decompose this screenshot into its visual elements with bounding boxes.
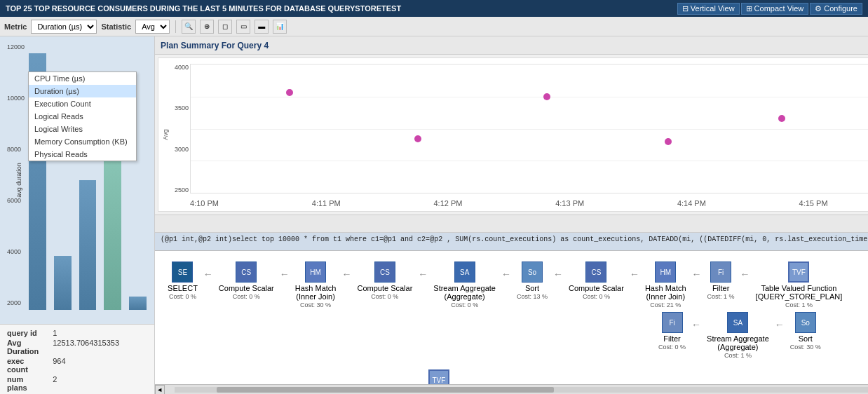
- query-id-label: query id: [7, 329, 39, 337]
- hash2-sublabel: (Inner Join): [646, 292, 685, 301]
- compute1-label: Compute Scalar: [219, 284, 274, 292]
- filter1-cost: Cost: 1 %: [707, 293, 735, 300]
- compute3-icon: CS: [585, 261, 606, 283]
- stream1-icon: SA: [454, 261, 475, 283]
- plan-node-tvf2[interactable]: TVF Table Valued Function [QUERY_STORE_P…: [395, 369, 482, 384]
- info-panel: query id 1 Avg Duration 12513.7064315353…: [0, 324, 154, 394]
- plan-node-hash2[interactable]: HM Hash Match (Inner Join) Cost: 21 %: [645, 261, 686, 308]
- dropdown-item-exec[interactable]: Execution Count: [29, 97, 136, 110]
- select-cost: Cost: 0 %: [169, 293, 196, 300]
- scroll-left-arrow[interactable]: ◄: [155, 385, 164, 395]
- title-bar-buttons: ⊟ Vertical View ⊞ Compact View ⚙ Configu…: [677, 3, 862, 15]
- scatter-dot-3: [543, 93, 550, 100]
- hash2-icon: HM: [655, 261, 676, 283]
- hash1-sublabel: (Inner Join): [296, 292, 335, 301]
- tvf1-icon: TVF: [788, 261, 809, 283]
- hash2-cost: Cost: 21 %: [650, 301, 681, 308]
- filter1-icon: Fi: [710, 261, 731, 283]
- main-content: avg duration 12000 10000 8000 6000 4000 …: [0, 36, 868, 394]
- view-option-1[interactable]: ▭: [236, 20, 250, 34]
- dropdown-item-duration[interactable]: Duration (µs): [29, 85, 136, 97]
- hash1-icon: HM: [305, 261, 326, 283]
- plan-node-compute2[interactable]: CS Compute Scalar Cost: 0 %: [357, 261, 412, 300]
- scroll-thumb: [217, 387, 554, 393]
- plan-title: Plan Summary For Query 4: [161, 41, 269, 50]
- plan-node-tvf1[interactable]: TVF Table Valued Function [QUERY_STORE_P…: [756, 261, 843, 308]
- filter2-label: Filter: [663, 334, 680, 343]
- zoom-in-button[interactable]: 🔍: [182, 20, 196, 34]
- x-tick-5: 4:15 PM: [799, 199, 828, 208]
- compute2-icon: CS: [374, 261, 395, 283]
- x-tick-2: 4:12 PM: [433, 199, 462, 208]
- metric-select[interactable]: Duration (µs): [31, 20, 97, 34]
- title-text: TOP 25 TOP RESOURCE CONSUMERS DURING THE…: [6, 4, 401, 13]
- scatter-y-tick-3: 2500: [175, 186, 189, 193]
- scroll-track[interactable]: [175, 387, 868, 393]
- scatter-dot-1: [286, 89, 293, 96]
- arrow-6: ←: [553, 269, 563, 280]
- hash1-label: Hash Match: [295, 284, 337, 292]
- dropdown-item-memory[interactable]: Memory Consumption (KB): [29, 135, 136, 148]
- plan-node-filter2[interactable]: Fi Filter Cost: 0 %: [658, 312, 686, 351]
- plan-header: Plan Summary For Query 4 🔍 ↺ ◂ ▸ ℹ ✕: [155, 36, 868, 55]
- force-plan-bar: 📌 Force Plan 📌 Unforce Plan: [155, 215, 868, 233]
- scatter-dot-4: [665, 138, 672, 145]
- select-label: SELECT: [168, 284, 198, 292]
- sort1-cost: Cost: 13 %: [517, 293, 548, 300]
- plan-node-stream1[interactable]: SA Stream Aggregate (Aggregate) Cost: 0 …: [433, 261, 496, 308]
- dropdown-item-cpu[interactable]: CPU Time (µs): [29, 72, 136, 85]
- plan-node-sort2[interactable]: So Sort Cost: 30 %: [790, 312, 821, 351]
- view-option-2[interactable]: ▬: [255, 20, 269, 34]
- right-panel: Plan Summary For Query 4 🔍 ↺ ◂ ▸ ℹ ✕ Avg…: [155, 36, 868, 394]
- compute1-icon: CS: [236, 261, 257, 283]
- tvf1-label: Table Valued Function: [761, 284, 836, 292]
- select-icon: SE: [172, 261, 193, 283]
- scatter-dot-2: [414, 135, 421, 142]
- compute2-label: Compute Scalar: [357, 284, 412, 292]
- sort2-label: Sort: [799, 334, 813, 343]
- arrow-7: ←: [630, 269, 639, 280]
- scatter-dot-5: [778, 115, 785, 122]
- zoom-out-button[interactable]: ◻: [218, 20, 232, 34]
- compact-view-button[interactable]: ⊞ Compact View: [741, 3, 809, 15]
- chart-button[interactable]: 📊: [273, 20, 287, 34]
- vertical-view-icon: ⊟: [682, 4, 689, 13]
- plan-node-sort1[interactable]: So Sort Cost: 13 %: [517, 261, 548, 300]
- dropdown-item-logical-writes[interactable]: Logical Writes: [29, 123, 136, 135]
- left-panel: avg duration 12000 10000 8000 6000 4000 …: [0, 36, 155, 394]
- stream1-label: Stream Aggregate: [433, 284, 496, 292]
- plan-node-hash1[interactable]: HM Hash Match (Inner Join) Cost: 30 %: [295, 261, 337, 308]
- plan-row-1: SE SELECT Cost: 0 % ← CS Compute Scalar …: [162, 258, 868, 312]
- avg-duration-label: Avg Duration: [7, 339, 39, 355]
- statistic-select[interactable]: Avg: [135, 20, 170, 34]
- query-id-value: 1: [53, 329, 119, 337]
- dropdown-item-physical-reads[interactable]: Physical Reads: [29, 148, 136, 161]
- scatter-y-tick-2: 3000: [175, 146, 189, 153]
- statistic-label: Statistic: [101, 22, 131, 31]
- plan-row-2: Fi Filter Cost: 0 % ← SA Stream Aggregat…: [653, 308, 868, 362]
- hash1-cost: Cost: 30 %: [300, 301, 331, 308]
- arrow-4: ←: [418, 269, 428, 280]
- arrow-1: ←: [203, 269, 213, 280]
- plan-node-filter1[interactable]: Fi Filter Cost: 1 %: [707, 261, 735, 300]
- plan-node-compute3[interactable]: CS Compute Scalar Cost: 0 %: [569, 261, 624, 300]
- vertical-view-button[interactable]: ⊟ Vertical View: [677, 3, 740, 15]
- exec-count-value: 964: [53, 357, 119, 374]
- plan-node-stream2[interactable]: SA Stream Aggregate (Aggregate) Cost: 1 …: [707, 312, 769, 359]
- x-tick-0: 4:10 PM: [190, 199, 219, 208]
- plan-node-compute1[interactable]: CS Compute Scalar Cost: 0 %: [219, 261, 274, 300]
- dropdown-item-logical-reads[interactable]: Logical Reads: [29, 110, 136, 123]
- configure-button[interactable]: ⚙ Configure: [810, 3, 862, 15]
- hash2-label: Hash Match: [645, 284, 686, 292]
- filter1-label: Filter: [712, 284, 729, 292]
- tvf2-icon: TVF: [428, 369, 449, 384]
- num-plans-value: 2: [53, 375, 119, 392]
- plan-node-select[interactable]: SE SELECT Cost: 0 %: [168, 261, 198, 300]
- compute3-cost: Cost: 0 %: [583, 293, 610, 300]
- configure-icon: ⚙: [815, 4, 822, 13]
- zoom-fit-button[interactable]: ⊕: [200, 20, 214, 34]
- stream2-label: Stream Aggregate: [707, 334, 769, 343]
- tvf1-sublabel: [QUERY_STORE_PLAN]: [756, 292, 843, 301]
- stream1-sublabel: (Aggregate): [445, 292, 485, 301]
- exec-count-label: exec count: [7, 357, 39, 374]
